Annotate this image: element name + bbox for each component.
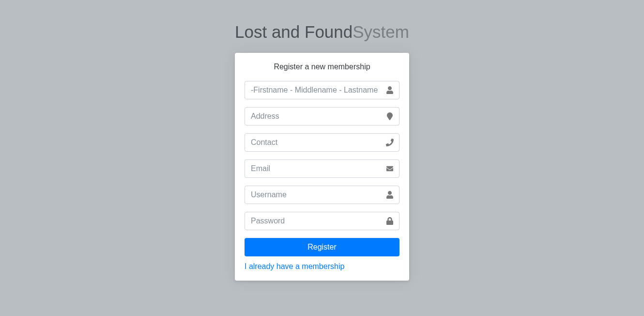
app-logo-link[interactable]: Lost and FoundSystem — [235, 22, 409, 41]
register-button[interactable]: Register — [245, 238, 399, 256]
app-logo: Lost and FoundSystem — [235, 22, 409, 42]
logo-strong-text: Lost and Found — [235, 22, 353, 41]
address-input[interactable] — [245, 107, 399, 126]
email-input[interactable] — [245, 159, 399, 178]
fullname-group — [245, 81, 399, 99]
contact-input[interactable] — [245, 133, 399, 152]
address-group — [245, 107, 399, 126]
card-message: Register a new membership — [245, 63, 399, 71]
already-member-link[interactable]: I already have a membership — [245, 262, 344, 271]
password-group — [245, 212, 399, 230]
username-group — [245, 186, 399, 204]
logo-light-text: System — [353, 22, 409, 41]
email-group — [245, 159, 399, 178]
register-card: Register a new membership — [235, 53, 409, 281]
contact-group — [245, 133, 399, 152]
username-input[interactable] — [245, 186, 399, 204]
fullname-input[interactable] — [245, 81, 399, 99]
password-input[interactable] — [245, 212, 399, 230]
